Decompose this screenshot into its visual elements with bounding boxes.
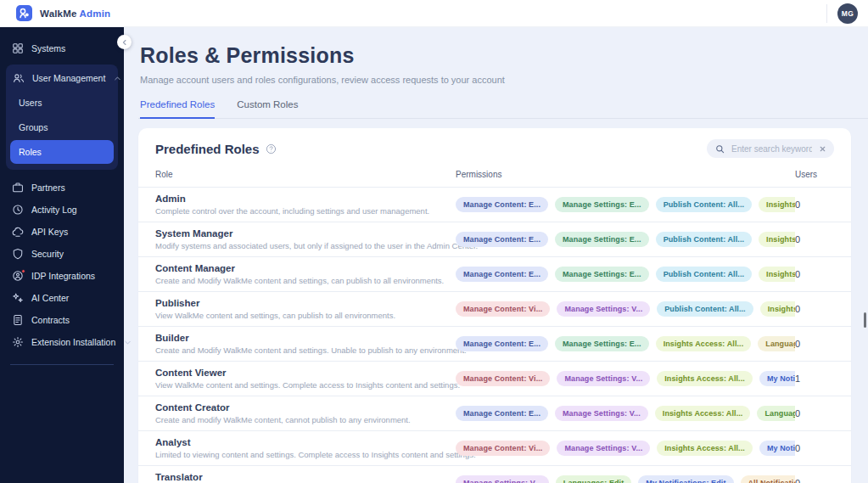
predefined-roles-panel: Predefined Roles	[138, 128, 851, 483]
sidebar-item-systems[interactable]: Systems	[0, 37, 124, 59]
grid-icon	[12, 42, 24, 54]
sidebar-item-users[interactable]: Users	[10, 91, 114, 115]
column-permissions: Permissions	[456, 170, 795, 179]
permission-badge: Manage Settings: E...	[555, 267, 649, 282]
brand-accent: Admin	[80, 8, 111, 19]
table-row[interactable]: Content CreatorCreate and modify WalkMe …	[138, 396, 851, 431]
role-name: Builder	[155, 333, 456, 343]
walkme-logo-icon	[16, 5, 32, 21]
permission-badge: Insights Access: All...	[656, 336, 752, 351]
permission-badge: Manage Settings: E...	[555, 336, 649, 351]
search-clear-icon[interactable]	[819, 145, 826, 153]
permission-badge: Insights Access: All...	[655, 406, 751, 421]
search-input[interactable]	[730, 143, 814, 154]
sidebar-item-label: Contracts	[31, 315, 70, 325]
sidebar-item-security[interactable]: Security	[0, 243, 124, 265]
sidebar-item-extension-installation[interactable]: Extension Installation	[0, 331, 124, 353]
sidebar-item-label: API Keys	[31, 227, 68, 237]
table-header: Role Permissions Users	[138, 166, 851, 188]
panel-heading: Predefined Roles	[155, 142, 260, 156]
sidebar-item-label: AI Center	[31, 293, 69, 303]
permission-badge: Insights Access: All...	[657, 441, 753, 456]
top-bar: WalkMe Admin MG	[0, 0, 868, 27]
user-management-group: User ManagementUsersGroupsRoles	[6, 65, 118, 170]
idp-icon	[12, 270, 24, 282]
users-count: 0	[795, 478, 834, 483]
sidebar-item-label: Activity Log	[31, 205, 77, 215]
table-row[interactable]: AdminComplete control over the account, …	[138, 188, 851, 222]
sidebar-divider	[10, 364, 114, 365]
sidebar-item-user-management[interactable]: User Management	[6, 66, 118, 90]
role-name: Admin	[155, 194, 456, 204]
table-row[interactable]: Content ViewerView WalkMe content and se…	[138, 362, 851, 396]
brand-name: WalkMe	[40, 8, 77, 19]
permission-badge: Insights Access: All...	[657, 371, 753, 386]
permission-badge: My Notifications: Edit	[759, 371, 795, 386]
permission-badge: Insights Access: All...	[759, 267, 795, 282]
page-title: Roles & Permissions	[140, 43, 868, 68]
permission-badge: Languages: Edit	[556, 475, 632, 483]
help-icon[interactable]	[266, 143, 277, 154]
table-row[interactable]: BuilderCreate and Modify WalkMe content …	[138, 327, 851, 362]
role-description: View WalkMe content and settings, can pu…	[155, 311, 456, 320]
table-row[interactable]: TranslatorCreate and modify Text & Multi…	[138, 466, 851, 483]
sidebar-item-idp-integrations[interactable]: IDP Integrations	[0, 265, 124, 287]
page-subtitle: Manage account users and roles configura…	[140, 75, 868, 85]
sidebar-item-label: Extension Installation	[31, 337, 115, 347]
search-icon	[715, 144, 725, 154]
sidebar-nav: Systems User ManagementUsersGroupsRoles …	[0, 27, 124, 483]
role-description: Complete control over the account, inclu…	[155, 206, 456, 216]
tab-custom-roles[interactable]: Custom Roles	[237, 99, 298, 119]
sidebar-item-label: User Management	[32, 73, 105, 83]
table-row[interactable]: PublisherView WalkMe content and setting…	[138, 292, 851, 327]
permission-badge: Manage Content: E...	[456, 232, 548, 247]
permission-badge: Manage Settings: E...	[555, 197, 649, 212]
column-users: Users	[795, 170, 834, 179]
role-description: Create and modify WalkMe content, cannot…	[155, 415, 456, 424]
sparkles-icon	[12, 292, 24, 304]
table-row[interactable]: Content ManagerCreate and Modify WalkMe …	[138, 257, 851, 292]
clock-icon	[12, 204, 24, 216]
sidebar-item-api-keys[interactable]: API Keys	[0, 221, 124, 243]
sidebar-item-activity-log[interactable]: Activity Log	[0, 199, 124, 221]
sidebar-item-groups[interactable]: Groups	[10, 115, 114, 139]
permission-badge: Manage Content: Vi...	[456, 371, 550, 386]
users-count: 0	[795, 304, 834, 314]
sidebar-item-ai-center[interactable]: AI Center	[0, 287, 124, 309]
table-row[interactable]: System ManagerModify systems and associa…	[138, 222, 851, 257]
user-avatar[interactable]: MG	[837, 3, 858, 24]
tab-predefined-roles[interactable]: Predefined Roles	[140, 99, 215, 119]
permission-badge: Publish Content: All...	[656, 232, 752, 247]
permission-badge: Manage Settings: V...	[557, 371, 650, 386]
vertical-scrollbar-thumb[interactable]	[864, 312, 866, 328]
cloud-icon	[12, 226, 24, 238]
sidebar-item-partners[interactable]: Partners	[0, 177, 124, 199]
permission-badge: Insights Access: All...	[760, 301, 795, 317]
search-box	[707, 139, 834, 158]
notification-dot	[21, 269, 25, 273]
walkme-admin-logo: WalkMe Admin	[16, 5, 110, 21]
permission-badge: Publish Content: All...	[656, 267, 752, 282]
permission-badge: Insights Access: All...	[759, 232, 795, 247]
sidebar-collapse-button[interactable]	[117, 35, 132, 49]
permission-badge: Manage Content: E...	[456, 336, 548, 351]
sidebar-item-roles[interactable]: Roles	[10, 140, 114, 164]
column-role: Role	[155, 170, 456, 179]
users-count: 0	[795, 269, 834, 279]
permission-badge: Manage Settings: V...	[456, 475, 549, 483]
sidebar-item-label: Systems	[31, 43, 65, 53]
chevron-left-icon	[120, 38, 129, 47]
permission-badge: Manage Content: Vi...	[456, 301, 550, 317]
sidebar-item-label: Partners	[31, 183, 65, 193]
users-count: 0	[795, 234, 834, 244]
users-group-icon	[13, 72, 25, 84]
table-row[interactable]: AnalystLimited to viewing content and se…	[138, 431, 851, 466]
document-icon	[12, 314, 24, 326]
permission-badge: Manage Content: E...	[456, 197, 548, 212]
permission-badge: Languages: Edit	[757, 406, 795, 421]
sidebar-item-label: Security	[31, 249, 64, 259]
sidebar-item-contracts[interactable]: Contracts	[0, 309, 124, 331]
role-name: Analyst	[155, 437, 456, 447]
permission-badge: All Notifications: Edit	[741, 475, 795, 483]
role-name: Translator	[155, 472, 456, 482]
